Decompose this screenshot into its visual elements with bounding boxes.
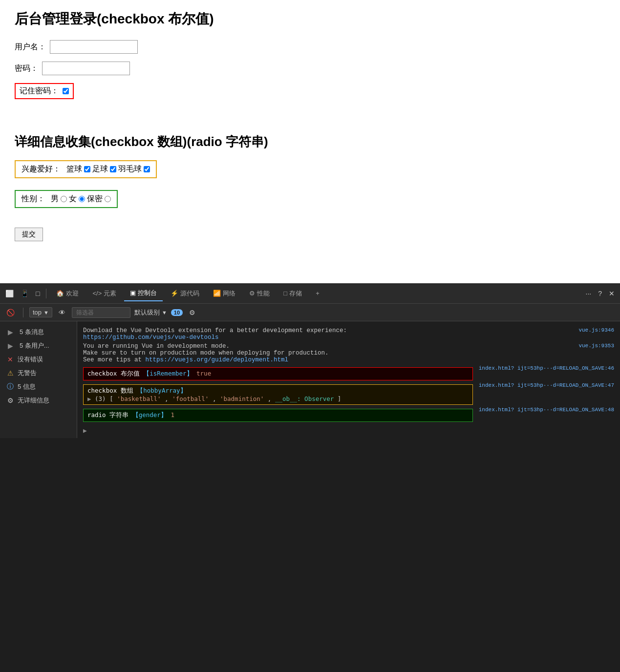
password-input[interactable] (42, 62, 130, 75)
remember-checkbox[interactable] (63, 88, 69, 94)
sidebar-no-errors[interactable]: ✕ 没有错误 (0, 353, 77, 366)
devtools-msg-1: Download the Vue Devtools extension for … (83, 327, 347, 334)
gender-female-label: 女 (69, 194, 77, 204)
gender-male-radio[interactable] (61, 196, 67, 202)
hobby-label: 兴趣爱好： (21, 164, 61, 174)
info-icon: ⓘ (6, 382, 15, 391)
log-red-text: checkbox 布尔值 【isRemember】 true (87, 370, 211, 378)
hobby-basketball: 篮球 (66, 164, 90, 174)
password-label: 密码： (15, 63, 38, 74)
devtools-link[interactable]: https://github.com/vuejs/vue-devtools (83, 334, 219, 341)
console-source-2: vue.js:9353 (578, 343, 614, 349)
console-body: ▶ 5 条消息 ▶ 5 条用户... ✕ 没有错误 ⚠ 无警告 ⓘ 5 信息 ⚙… (0, 321, 620, 438)
devtools-tabbar: ⬜ 📱 □ 🏠 欢迎 </> 元素 ▣ 控制台 ⚡ 源代码 📶 网络 ⚙ 性能 (0, 283, 620, 304)
hobby-basketball-label: 篮球 (66, 164, 82, 174)
user-messages-label: 5 条用户... (20, 341, 49, 350)
tab-add[interactable]: + (310, 287, 325, 300)
sidebar-all-messages[interactable]: ▶ 5 条消息 (0, 325, 77, 339)
hobby-badminton-checkbox[interactable] (144, 166, 150, 172)
username-label: 用户名： (15, 42, 46, 52)
close-icon[interactable]: ✕ (606, 289, 617, 298)
context-selector[interactable]: top ▼ (29, 307, 52, 317)
network-icon: 📶 (213, 290, 221, 297)
remember-row: 记住密码： (15, 83, 74, 99)
console-icon: ▣ (130, 289, 136, 296)
hobby-badminton-label: 羽毛球 (118, 164, 142, 174)
storage-icon: □ (283, 290, 287, 297)
log-yellow-box: checkbox 数组 【hobbyArray】 ▶ (3) [ 'basket… (83, 384, 473, 405)
no-errors-label: 没有错误 (18, 355, 43, 364)
gender-secret-radio[interactable] (105, 196, 111, 202)
vue-deployment-link[interactable]: https://vuejs.org/guide/deployment.html (146, 357, 289, 363)
hobby-badminton: 羽毛球 (118, 164, 150, 174)
log-row-1: Download the Vue Devtools extension for … (83, 327, 614, 341)
tab-sources[interactable]: ⚡ 源代码 (165, 286, 205, 301)
log-row-red: checkbox 布尔值 【isRemember】 true index.htm… (83, 365, 614, 382)
elements-icon: </> (92, 290, 102, 297)
log-row-green: radio 字符串 【gender】 1 index.html? ijt=53h… (83, 407, 614, 424)
sidebar-user-messages[interactable]: ▶ 5 条用户... (0, 339, 77, 353)
verbose-icon: ⚙ (6, 397, 15, 404)
console-prompt[interactable]: ▶ (83, 427, 614, 434)
home-icon: 🏠 (56, 290, 64, 297)
log-green-text: radio 字符串 【gender】 1 (87, 411, 174, 420)
hobby-section: 兴趣爱好： 篮球 足球 羽毛球 (15, 160, 605, 184)
log-red-box: checkbox 布尔值 【isRemember】 true (83, 367, 473, 380)
hobby-football-checkbox[interactable] (110, 166, 116, 172)
sidebar-no-verbose[interactable]: ⚙ 无详细信息 (0, 394, 77, 407)
tab-network[interactable]: 📶 网络 (207, 286, 241, 301)
console-main: Download the Vue Devtools extension for … (77, 321, 620, 438)
sidebar-no-warnings[interactable]: ⚠ 无警告 (0, 366, 77, 380)
sources-icon: ⚡ (171, 290, 178, 297)
help-icon[interactable]: ? (596, 289, 604, 298)
log-row-yellow: checkbox 数组 【hobbyArray】 ▶ (3) [ 'basket… (83, 382, 614, 407)
tab-welcome[interactable]: 🏠 欢迎 (50, 286, 85, 301)
sidebar-5-info[interactable]: ⓘ 5 信息 (0, 380, 77, 394)
log-row-2: You are running Vue in development mode.… (83, 343, 614, 363)
console-entry-vue-devtools: Download the Vue Devtools extension for … (83, 327, 614, 341)
page-title-1: 后台管理登录(checkbox 布尔值) (15, 10, 605, 28)
no-warnings-icon: ⚠ (6, 369, 15, 377)
expand-user-icon: ▶ (6, 342, 15, 350)
page-content: 后台管理登录(checkbox 布尔值) 用户名： 密码： 记住密码： 详细信息… (0, 0, 620, 283)
console-text-1: Download the Vue Devtools extension for … (83, 327, 573, 341)
level-dropdown-icon: ▼ (162, 310, 167, 315)
log-yellow-line2: ▶ (3) [ 'basketball' , 'football' , 'bad… (87, 395, 469, 402)
tab-storage[interactable]: □ 存储 (278, 286, 308, 301)
settings-gear-icon[interactable]: ⚙ (187, 308, 198, 317)
devtools-drawer-icon[interactable]: □ (33, 289, 42, 298)
clear-console-icon[interactable]: 🚫 (4, 308, 17, 317)
gender-female-radio[interactable] (79, 196, 85, 202)
top-label: top (33, 309, 42, 316)
console-source-green: index.html? ijt=53hp···d=RELOAD_ON_SAVE:… (479, 407, 614, 413)
console-toolbar: 🚫 top ▼ 👁 默认级别 ▼ 10 ⚙ (0, 304, 620, 321)
level-selector[interactable]: 默认级别 ▼ (134, 308, 167, 317)
remember-label: 记住密码： (20, 86, 59, 96)
submit-button[interactable]: 提交 (15, 228, 43, 241)
more-icon[interactable]: ··· (583, 289, 594, 298)
filter-input[interactable] (72, 307, 130, 318)
tab-performance[interactable]: ⚙ 性能 (243, 286, 276, 301)
console-text-2: You are running Vue in development mode.… (83, 343, 573, 363)
devtools-panel: ⬜ 📱 □ 🏠 欢迎 </> 元素 ▣ 控制台 ⚡ 源代码 📶 网络 ⚙ 性能 (0, 283, 620, 672)
toolbar-divider-1 (46, 289, 46, 298)
level-label: 默认级别 (134, 308, 160, 317)
log-yellow-line1: checkbox 数组 【hobbyArray】 (87, 387, 469, 395)
tab-elements[interactable]: </> 元素 (86, 286, 122, 301)
info-label: 5 信息 (18, 382, 36, 391)
gender-secret: 保密 (87, 194, 111, 204)
gender-label: 性别： (21, 194, 45, 204)
section-title-2: 详细信息收集(checkbox 数组)(radio 字符串) (15, 133, 605, 150)
hobby-basketball-checkbox[interactable] (84, 166, 90, 172)
devtools-inspect-icon[interactable]: ⬜ (3, 289, 16, 298)
eye-icon[interactable]: 👁 (56, 308, 68, 317)
performance-icon: ⚙ (249, 290, 255, 297)
devtools-device-icon[interactable]: 📱 (18, 289, 31, 298)
hobby-football: 足球 (92, 164, 116, 174)
console-source-red: index.html? ijt=53hp···d=RELOAD_ON_SAVE:… (479, 365, 614, 371)
gender-female: 女 (69, 194, 85, 204)
username-input[interactable] (50, 40, 138, 54)
tab-console[interactable]: ▣ 控制台 (124, 286, 163, 301)
gender-male: 男 (51, 194, 67, 204)
console-entry-vue-mode: You are running Vue in development mode.… (83, 343, 614, 363)
